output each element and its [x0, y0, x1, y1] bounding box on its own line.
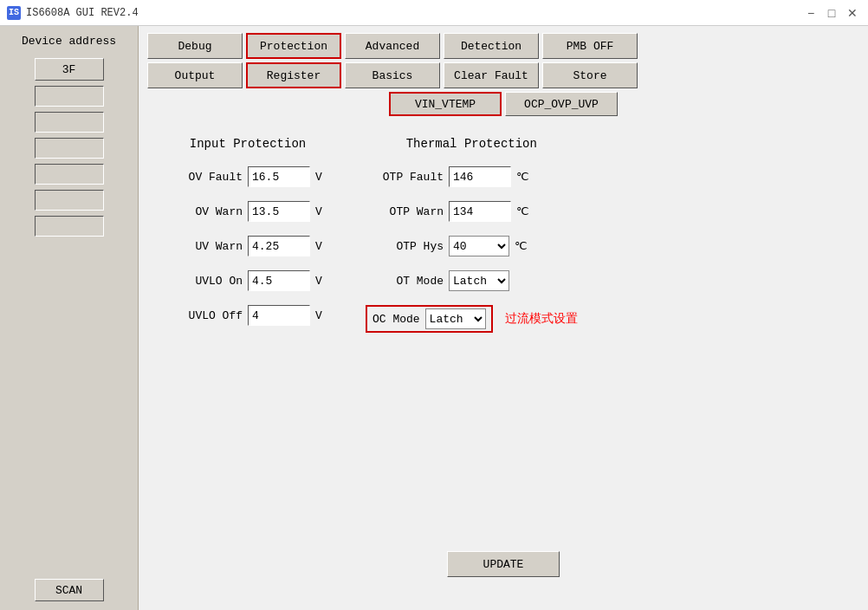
otp-hys-select[interactable]: 40 20 30 50: [449, 236, 509, 256]
otp-warn-input[interactable]: [449, 201, 511, 222]
otp-hys-label: OTP Hys: [366, 240, 444, 253]
title-bar: IS IS6608A GUI REV2.4 − □ ✕: [0, 0, 868, 26]
app-icon: IS: [7, 6, 21, 20]
uvlo-on-row: UVLO On V: [165, 270, 331, 291]
uvlo-on-label: UVLO On: [165, 275, 243, 288]
sidebar-input-5[interactable]: [35, 190, 104, 211]
input-protection-column: Input Protection OV Fault V OV Warn V UV…: [165, 137, 331, 534]
sidebar-input-1[interactable]: [35, 86, 104, 107]
content-area: Debug Protection Advanced Detection PMB …: [139, 26, 868, 610]
otp-fault-unit: ℃: [516, 170, 532, 184]
device-address-btn[interactable]: 3F: [35, 58, 104, 81]
sidebar-input-2[interactable]: [35, 112, 104, 133]
uv-warn-input[interactable]: [248, 236, 310, 256]
nav-row-1: Debug Protection Advanced Detection PMB …: [147, 33, 859, 59]
nav-advanced[interactable]: Advanced: [345, 33, 440, 59]
uvlo-off-input[interactable]: [248, 305, 310, 326]
ot-mode-row: OT Mode Latch Hiccup: [366, 270, 578, 291]
nav-protection[interactable]: Protection: [246, 33, 341, 59]
uv-warn-row: UV Warn V: [165, 236, 331, 256]
minimize-button[interactable]: −: [802, 4, 819, 22]
close-button[interactable]: ✕: [844, 4, 861, 22]
device-address-label: Device address: [22, 35, 116, 48]
sidebar-input-4[interactable]: [35, 164, 104, 185]
ov-warn-input[interactable]: [248, 201, 310, 222]
update-button[interactable]: UPDATE: [447, 551, 560, 577]
otp-hys-row: OTP Hys 40 20 30 50 ℃: [366, 236, 578, 256]
ot-mode-select[interactable]: Latch Hiccup: [449, 270, 509, 291]
ov-fault-row: OV Fault V: [165, 166, 331, 187]
oc-mode-row: OC Mode Latch Hiccup 过流模式设置: [366, 305, 578, 333]
nav-row-2: Output Register Basics Clear Fault Store: [147, 62, 859, 88]
input-protection-title: Input Protection: [165, 137, 331, 151]
title-bar-left: IS IS6608A GUI REV2.4: [7, 6, 139, 20]
nav-pmb-off[interactable]: PMB OFF: [542, 33, 638, 59]
scan-button[interactable]: SCAN: [35, 579, 104, 601]
ov-fault-label: OV Fault: [165, 171, 243, 184]
ov-fault-input[interactable]: [248, 166, 310, 187]
uv-warn-unit: V: [315, 240, 331, 253]
nav-clear-fault[interactable]: Clear Fault: [444, 62, 539, 88]
nav-store[interactable]: Store: [542, 62, 638, 88]
otp-warn-row: OTP Warn ℃: [366, 201, 578, 222]
thermal-protection-column: Thermal Protection OTP Fault ℃ OTP Warn …: [366, 137, 578, 534]
sidebar-input-3[interactable]: [35, 138, 104, 159]
otp-fault-input[interactable]: [449, 166, 511, 187]
app-title: IS6608A GUI REV2.4: [26, 7, 139, 19]
main-content: Device address 3F SCAN Debug Protection …: [0, 26, 868, 610]
panel-columns: Input Protection OV Fault V OV Warn V UV…: [165, 137, 842, 534]
oc-mode-select[interactable]: Latch Hiccup: [425, 308, 486, 329]
oc-mode-box: OC Mode Latch Hiccup: [366, 305, 493, 333]
otp-fault-row: OTP Fault ℃: [366, 166, 578, 187]
otp-fault-label: OTP Fault: [366, 171, 444, 184]
uvlo-on-unit: V: [315, 275, 331, 288]
nav-debug[interactable]: Debug: [147, 33, 243, 59]
uvlo-off-row: UVLO Off V: [165, 305, 331, 326]
nav-output[interactable]: Output: [147, 62, 243, 88]
otp-warn-unit: ℃: [516, 204, 532, 218]
sidebar: Device address 3F SCAN: [0, 26, 139, 610]
uvlo-on-input[interactable]: [248, 270, 310, 291]
nav-basics[interactable]: Basics: [345, 62, 440, 88]
tab-row: VIN_VTEMP OCP_OVP_UVP: [147, 92, 859, 116]
otp-warn-label: OTP Warn: [366, 205, 444, 218]
oc-mode-label: OC Mode: [372, 313, 420, 326]
uvlo-off-unit: V: [315, 309, 331, 322]
nav-register[interactable]: Register: [246, 62, 341, 88]
otp-hys-unit: ℃: [515, 239, 530, 253]
ov-warn-label: OV Warn: [165, 205, 243, 218]
ov-warn-row: OV Warn V: [165, 201, 331, 222]
update-row: UPDATE: [165, 551, 842, 577]
ov-warn-unit: V: [315, 205, 331, 218]
title-bar-controls: − □ ✕: [802, 4, 861, 22]
sidebar-input-6[interactable]: [35, 216, 104, 237]
tab-ocp-ovp-uvp[interactable]: OCP_OVP_UVP: [505, 92, 618, 116]
ov-fault-unit: V: [315, 171, 331, 184]
maximize-button[interactable]: □: [823, 4, 840, 22]
uv-warn-label: UV Warn: [165, 240, 243, 253]
nav-detection[interactable]: Detection: [444, 33, 539, 59]
oc-annotation: 过流模式设置: [505, 311, 578, 327]
tab-vin-vtemp[interactable]: VIN_VTEMP: [389, 92, 502, 116]
ot-mode-label: OT Mode: [366, 275, 444, 288]
uvlo-off-label: UVLO Off: [165, 309, 243, 322]
panel: Input Protection OV Fault V OV Warn V UV…: [147, 128, 859, 603]
thermal-protection-title: Thermal Protection: [366, 137, 578, 151]
